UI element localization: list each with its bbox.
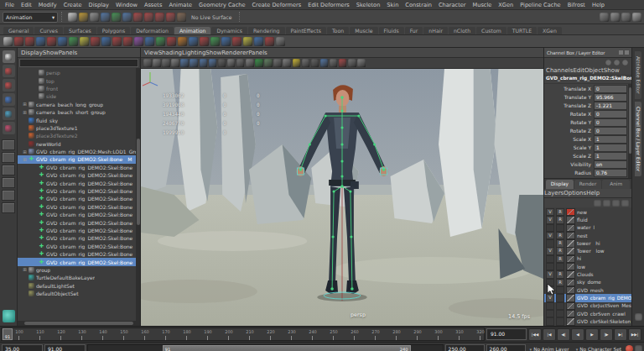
menubar-item-file[interactable]: File xyxy=(2,2,18,8)
create-anim-layer-icon[interactable] xyxy=(612,200,620,207)
quick-render-icon[interactable] xyxy=(610,13,620,22)
outliner-item[interactable]: front xyxy=(18,85,140,92)
layer-row[interactable]: VRnew xyxy=(544,208,631,216)
outliner-item[interactable]: ✚GVD_cbram_rig_DEMO2:Skel:Bone__R__ xyxy=(18,234,140,242)
ipr-render-icon[interactable] xyxy=(621,13,631,22)
menubar-item-edit-deformers[interactable]: Edit Deformers xyxy=(304,2,353,8)
select-by-hierarchy-icon[interactable] xyxy=(101,13,110,22)
viewport-scene[interactable]: 1933062003919008001943440002406770001999… xyxy=(141,69,543,326)
viewport-toolbar-icon-6[interactable] xyxy=(190,59,198,67)
outliner-menu-display[interactable]: Display xyxy=(21,50,43,56)
layer-renderable-toggle[interactable]: R xyxy=(556,208,564,216)
layer-renderable-toggle[interactable]: R xyxy=(556,247,564,254)
panel-minimize-icon[interactable] xyxy=(619,50,623,55)
shelf-tab-custom[interactable]: Custom xyxy=(476,27,506,34)
go-to-start-button[interactable]: |◀◀ xyxy=(528,328,542,341)
outliner-item[interactable]: ✚GVD_cbram_rig_DEMO2:Skel:Bone__L__ xyxy=(18,195,140,202)
viewport-toolbar-icon-20[interactable] xyxy=(320,59,329,67)
outliner-item[interactable]: TurtleDefaultBakeLayer xyxy=(18,274,140,281)
step-forward-frame-button[interactable]: ▶| xyxy=(614,328,627,341)
layer-visibility-toggle[interactable]: V xyxy=(546,270,554,278)
shelf-icon-12[interactable] xyxy=(123,37,132,46)
channel-value-field[interactable]: 0 xyxy=(594,118,627,127)
outliner-item[interactable]: defaultObjectSet xyxy=(18,290,140,297)
expand-icon[interactable]: ⊞ xyxy=(21,267,29,272)
layer-row[interactable]: GVD_cbrSven_crawl xyxy=(544,310,631,317)
layer-swatch-icon[interactable] xyxy=(566,302,575,310)
go-to-end-button[interactable]: ▶▶| xyxy=(628,328,641,341)
layer-row[interactable]: Rtower__hi xyxy=(544,239,631,247)
channel-box-menu-channels[interactable]: Channels xyxy=(546,67,573,74)
rotate-tool-icon[interactable] xyxy=(3,107,15,120)
outliner-item[interactable]: ✚GVD_cbram_rig_DEMO2:Skel:Bone__R__ xyxy=(18,218,140,226)
shelf-tab-rendering[interactable]: Rendering xyxy=(248,27,285,34)
viewport-toolbar-icon-11[interactable] xyxy=(236,59,245,67)
layer-editor-menu-options[interactable]: Options xyxy=(564,190,586,196)
outliner-item[interactable]: side xyxy=(18,92,140,100)
layer-row[interactable]: GVD_cbrJuctSven_Mesh:nest xyxy=(544,302,631,310)
layer-swatch-icon[interactable] xyxy=(566,263,575,270)
select-by-object-icon[interactable] xyxy=(112,13,121,22)
layer-renderable-toggle[interactable]: R xyxy=(556,270,564,278)
channel-value-field[interactable]: 0 xyxy=(594,85,627,93)
shelf-tab-turtle[interactable]: TURTLE xyxy=(507,27,537,34)
layer-row[interactable]: VRnest xyxy=(544,232,631,239)
playback-end-field[interactable]: 250.00 xyxy=(445,344,485,351)
shelf-icon-16[interactable] xyxy=(167,37,176,46)
four-pane-layout-button[interactable] xyxy=(2,152,15,163)
viewport-menu-renderer[interactable]: Renderer xyxy=(221,50,248,56)
viewport-toolbar-icon-8[interactable] xyxy=(209,59,217,67)
channel-value-field[interactable]: -1.221 xyxy=(594,102,627,110)
shelf-icon-8[interactable] xyxy=(80,37,89,46)
outliner-item[interactable]: ✚GVD_cbram_rig_DEMO2:Skel:Bone__M__ xyxy=(18,258,140,265)
viewport-toolbar-icon-4[interactable] xyxy=(171,59,179,67)
channel-box-menu-edit[interactable]: Edit xyxy=(573,67,584,74)
layer-row[interactable]: VRfluid xyxy=(544,216,631,223)
shelf-icon-10[interactable] xyxy=(101,37,111,46)
outliner-menu-show[interactable]: Show xyxy=(43,50,59,56)
channel-value-field[interactable]: 0.76 xyxy=(594,169,627,177)
channel-scrollbar[interactable] xyxy=(628,84,631,178)
layer-renderable-toggle[interactable]: R xyxy=(556,279,564,286)
outliner-item[interactable]: ✚GVD_cbram_rig_DEMO2:Skel:Bone__R__ xyxy=(18,227,140,234)
shelf-tab-painteffects[interactable]: PaintEffects xyxy=(286,27,326,34)
viewport-menu-lighting[interactable]: Lighting xyxy=(182,50,205,56)
layer-editor-menu-layers[interactable]: Layers xyxy=(544,190,564,196)
make-live-icon[interactable] xyxy=(177,13,186,22)
layer-renderable-toggle[interactable]: R xyxy=(556,216,564,223)
viewport-toolbar-icon-24[interactable] xyxy=(357,59,366,67)
menubar-item-character[interactable]: Character xyxy=(435,2,470,8)
outliner-item[interactable]: ⊞camera_beach_long_group xyxy=(18,101,140,108)
select-by-component-icon[interactable] xyxy=(122,13,132,22)
shelf-icon-9[interactable] xyxy=(91,37,100,46)
channel-box-menu-object[interactable]: Object xyxy=(584,67,604,74)
shelf-tab-polygons[interactable]: Polygons xyxy=(97,27,131,34)
shelf-icon-18[interactable] xyxy=(189,37,198,46)
outliner-item[interactable]: ⊞GVD_cbram_rig_DEMO2:Mesh:LOD1_Group xyxy=(18,148,140,155)
viewport-toolbar-icon-7[interactable] xyxy=(200,59,208,67)
outliner-search-input[interactable] xyxy=(19,59,138,67)
layer-editor-tab-display[interactable]: Display xyxy=(546,180,574,189)
divider[interactable] xyxy=(239,12,242,22)
speed-ramp-icon[interactable] xyxy=(605,60,611,65)
snap-to-point-icon[interactable] xyxy=(155,13,164,22)
shelf-tab-muscle[interactable]: Muscle xyxy=(350,27,377,34)
expand-icon[interactable]: ⊞ xyxy=(21,157,29,162)
single-pane-layout-button[interactable] xyxy=(2,139,15,150)
layer-swatch-icon[interactable] xyxy=(566,279,575,286)
layer-visibility-toggle[interactable] xyxy=(546,302,554,310)
save-scene-icon[interactable] xyxy=(90,13,99,22)
shelf-icon-17[interactable] xyxy=(178,37,187,46)
outliner-menu-panels[interactable]: Panels xyxy=(59,50,78,56)
panel-close-icon[interactable] xyxy=(625,50,629,55)
shelf-icon-11[interactable] xyxy=(112,37,122,46)
layer-row[interactable]: low xyxy=(544,263,631,270)
outliner-item[interactable]: fluid_sky xyxy=(18,116,140,123)
shelf-icon-24[interactable] xyxy=(254,37,263,46)
shelf-tab-fluids[interactable]: Fluids xyxy=(379,27,404,34)
expand-icon[interactable]: ⊞ xyxy=(21,110,29,115)
layer-visibility-toggle[interactable]: V xyxy=(546,216,554,223)
outliner-vertical-scrollbar[interactable] xyxy=(136,68,140,321)
layer-renderable-toggle[interactable] xyxy=(556,294,564,301)
expand-icon[interactable]: ⊞ xyxy=(21,149,29,155)
